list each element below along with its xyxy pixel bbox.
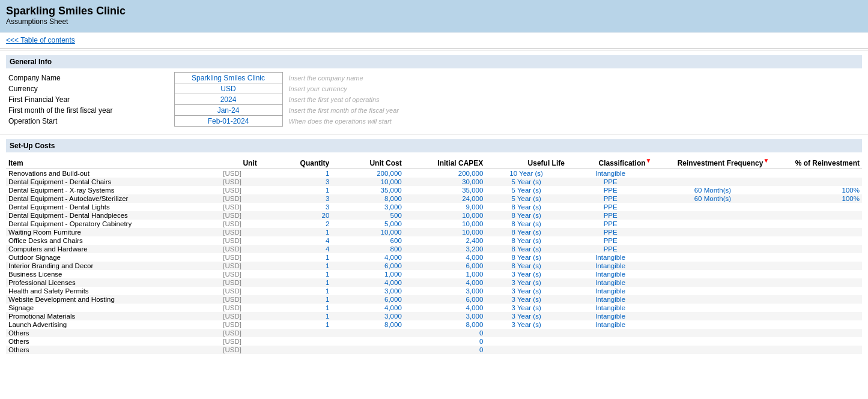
item-quantity[interactable]: 1 — [259, 278, 332, 287]
item-reinvestment-frequency[interactable] — [654, 203, 771, 211]
item-quantity[interactable] — [259, 329, 332, 337]
item-reinvestment-frequency[interactable] — [654, 278, 771, 287]
item-classification[interactable] — [567, 329, 654, 337]
item-pct-reinvestment[interactable] — [771, 312, 862, 320]
item-reinvestment-frequency[interactable] — [654, 220, 771, 228]
item-capex[interactable]: 4,000 — [404, 304, 486, 312]
item-classification[interactable] — [567, 346, 654, 354]
item-pct-reinvestment[interactable]: 100% — [771, 186, 862, 194]
item-unit-cost[interactable]: 3,000 — [332, 287, 404, 295]
item-classification[interactable]: PPE — [567, 220, 654, 228]
item-unit-cost[interactable]: 6,000 — [332, 295, 404, 304]
item-classification[interactable]: PPE — [567, 211, 654, 220]
item-quantity[interactable]: 3 — [259, 203, 332, 211]
item-unit-cost[interactable]: 800 — [332, 245, 404, 253]
item-useful-life[interactable]: 3 Year (s) — [485, 304, 567, 312]
item-pct-reinvestment[interactable] — [771, 245, 862, 253]
item-quantity[interactable]: 20 — [259, 211, 332, 220]
item-reinvestment-frequency[interactable]: 60 Month(s) — [654, 194, 771, 203]
item-pct-reinvestment[interactable] — [771, 253, 862, 262]
item-quantity[interactable]: 1 — [259, 169, 332, 178]
toc-link[interactable]: <<< Table of contents — [6, 36, 75, 44]
item-reinvestment-frequency[interactable] — [654, 346, 771, 354]
item-unit-cost[interactable]: 6,000 — [332, 262, 404, 270]
item-classification[interactable]: PPE — [567, 236, 654, 245]
item-pct-reinvestment[interactable] — [771, 287, 862, 295]
item-useful-life[interactable]: 8 Year (s) — [485, 220, 567, 228]
item-quantity[interactable]: 3 — [259, 194, 332, 203]
item-unit-cost[interactable]: 4,000 — [332, 304, 404, 312]
item-capex[interactable]: 6,000 — [404, 295, 486, 304]
item-unit-cost[interactable]: 5,000 — [332, 220, 404, 228]
item-capex[interactable]: 0 — [404, 346, 486, 354]
item-classification[interactable]: Intangible — [567, 287, 654, 295]
item-reinvestment-frequency[interactable]: 60 Month(s) — [654, 186, 771, 194]
item-pct-reinvestment[interactable] — [771, 262, 862, 270]
item-reinvestment-frequency[interactable] — [654, 287, 771, 295]
item-reinvestment-frequency[interactable] — [654, 178, 771, 186]
item-useful-life[interactable]: 8 Year (s) — [485, 228, 567, 236]
item-pct-reinvestment[interactable] — [771, 211, 862, 220]
item-quantity[interactable]: 1 — [259, 253, 332, 262]
item-unit-cost[interactable] — [332, 337, 404, 346]
item-useful-life[interactable]: 3 Year (s) — [485, 295, 567, 304]
item-reinvestment-frequency[interactable] — [654, 312, 771, 320]
item-reinvestment-frequency[interactable] — [654, 253, 771, 262]
item-quantity[interactable]: 1 — [259, 287, 332, 295]
item-quantity[interactable]: 1 — [259, 228, 332, 236]
item-unit-cost[interactable]: 4,000 — [332, 278, 404, 287]
item-capex[interactable]: 9,000 — [404, 203, 486, 211]
item-classification[interactable]: Intangible — [567, 169, 654, 178]
item-useful-life[interactable] — [485, 346, 567, 354]
item-capex[interactable]: 30,000 — [404, 178, 486, 186]
item-classification[interactable] — [567, 337, 654, 346]
item-pct-reinvestment[interactable] — [771, 346, 862, 354]
item-classification[interactable]: Intangible — [567, 253, 654, 262]
item-classification[interactable]: Intangible — [567, 262, 654, 270]
item-reinvestment-frequency[interactable] — [654, 270, 771, 278]
item-capex[interactable]: 200,000 — [404, 169, 486, 178]
item-reinvestment-frequency[interactable] — [654, 211, 771, 220]
item-useful-life[interactable]: 3 Year (s) — [485, 320, 567, 329]
item-unit-cost[interactable]: 8,000 — [332, 194, 404, 203]
item-useful-life[interactable]: 8 Year (s) — [485, 203, 567, 211]
item-classification[interactable]: Intangible — [567, 304, 654, 312]
item-reinvestment-frequency[interactable] — [654, 245, 771, 253]
item-useful-life[interactable]: 8 Year (s) — [485, 253, 567, 262]
item-useful-life[interactable]: 5 Year (s) — [485, 178, 567, 186]
item-pct-reinvestment[interactable] — [771, 169, 862, 178]
item-pct-reinvestment[interactable] — [771, 228, 862, 236]
item-pct-reinvestment[interactable] — [771, 270, 862, 278]
item-reinvestment-frequency[interactable] — [654, 329, 771, 337]
item-capex[interactable]: 24,000 — [404, 194, 486, 203]
item-useful-life[interactable]: 8 Year (s) — [485, 211, 567, 220]
item-reinvestment-frequency[interactable] — [654, 236, 771, 245]
item-unit-cost[interactable]: 3,000 — [332, 203, 404, 211]
item-capex[interactable]: 1,000 — [404, 270, 486, 278]
item-useful-life[interactable]: 3 Year (s) — [485, 312, 567, 320]
item-classification[interactable]: Intangible — [567, 312, 654, 320]
item-useful-life[interactable] — [485, 337, 567, 346]
item-capex[interactable]: 0 — [404, 329, 486, 337]
general-info-value[interactable]: 2024 — [174, 94, 282, 105]
item-useful-life[interactable]: 8 Year (s) — [485, 245, 567, 253]
item-useful-life[interactable]: 3 Year (s) — [485, 278, 567, 287]
item-capex[interactable]: 3,200 — [404, 245, 486, 253]
item-useful-life[interactable]: 8 Year (s) — [485, 262, 567, 270]
item-pct-reinvestment[interactable] — [771, 337, 862, 346]
item-quantity[interactable] — [259, 346, 332, 354]
general-info-value[interactable]: Feb-01-2024 — [174, 116, 282, 127]
item-capex[interactable]: 10,000 — [404, 228, 486, 236]
item-classification[interactable]: Intangible — [567, 278, 654, 287]
item-unit-cost[interactable] — [332, 329, 404, 337]
item-reinvestment-frequency[interactable] — [654, 228, 771, 236]
general-info-value[interactable]: USD — [174, 83, 282, 94]
item-pct-reinvestment[interactable] — [771, 295, 862, 304]
item-quantity[interactable]: 1 — [259, 295, 332, 304]
item-classification[interactable]: PPE — [567, 178, 654, 186]
item-unit-cost[interactable]: 3,000 — [332, 312, 404, 320]
item-capex[interactable]: 3,000 — [404, 287, 486, 295]
item-classification[interactable]: PPE — [567, 245, 654, 253]
item-reinvestment-frequency[interactable] — [654, 320, 771, 329]
item-capex[interactable]: 10,000 — [404, 211, 486, 220]
